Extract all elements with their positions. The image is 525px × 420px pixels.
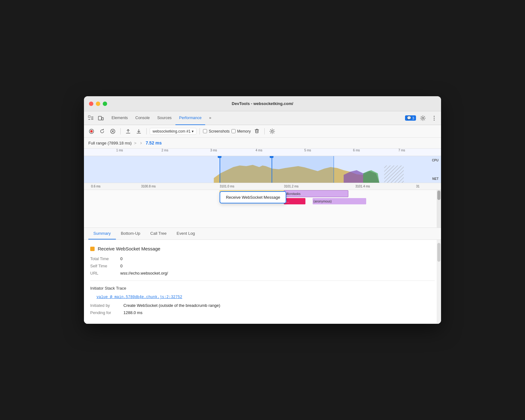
performance-toolbar: websocketking.com #1 ▾ Screenshots Memor… [84,125,441,138]
total-time-value: 0 [120,256,122,261]
ruler-mark-3ms: 3 ms [210,149,217,152]
bottom-tabs: Summary Bottom-Up Call Tree Event Log [84,228,441,240]
tab-more[interactable]: » [205,111,215,125]
svg-rect-6 [102,118,103,120]
minimize-button[interactable] [96,102,100,106]
initiated-by-row: Initiated by Create WebSocket (outside o… [90,303,435,308]
more-menu-icon[interactable] [430,114,439,123]
flame-segment-microtasks[interactable]: Microtasks [284,190,348,197]
reload-button[interactable] [98,127,107,136]
flame-ruler: 0.6 ms 3100.8 ms 3101.0 ms 3101.2 ms 310… [84,183,441,190]
flame-mark-6: 31 [416,185,419,188]
responsive-icon[interactable] [96,114,105,123]
summary-title-text: Receive WebSocket Message [98,246,160,251]
range-separator: > [134,141,137,145]
messages-badge[interactable]: 💬 3 [405,115,416,121]
flame-scrollbar[interactable] [437,190,441,228]
screenshots-checkbox-group[interactable]: Screenshots [203,129,230,134]
devtools-body: Elements Console Sources Performance » 💬… [84,111,441,324]
tab-summary[interactable]: Summary [88,228,116,239]
ruler-mark-4ms: 4 ms [256,149,262,152]
summary-scrollbar[interactable] [437,240,441,324]
flame-rows: Function Call Microtasks d... (anonym [84,190,441,228]
ruler-mark-5ms: 5 ms [304,149,311,152]
ruler-mark-6ms: 6 ms [353,149,360,152]
range-bar: Full range (7899.18 ms) > › 7.52 ms [84,138,441,149]
memory-checkbox-group[interactable]: Memory [231,129,251,134]
url-label: URL [90,271,115,276]
timeline-marker-left[interactable] [220,156,220,183]
timeline-overview: 1 ms 2 ms 3 ms 4 ms 5 ms 6 ms 7 ms [84,149,441,183]
toolbar-sep-3 [200,128,200,134]
summary-self-time-row: Self Time 0 [90,264,435,268]
capture-settings-button[interactable] [268,127,277,136]
pending-for-value: 1288.0 ms [123,310,143,315]
code-ref-link[interactable]: value @ main.5780db4e.chunk.js:2:32752 [96,295,182,299]
save-profile-button[interactable] [134,127,143,136]
titlebar: DevTools - websocketking.com/ [84,96,441,111]
dropdown-arrow: ▾ [192,129,194,134]
window-title: DevTools - websocketking.com/ [232,101,293,106]
range-value: 7.52 ms [146,140,162,145]
tab-event-log[interactable]: Event Log [172,228,200,239]
full-range-text: Full range (7899.18 ms) [88,141,132,145]
flame-mark-4: 3101.2 ms [284,185,299,188]
summary-scrollbar-thumb[interactable] [437,243,440,262]
close-button[interactable] [89,102,93,106]
summary-title-row: Receive WebSocket Message [90,246,435,251]
topnav-icons [86,114,105,123]
screenshots-checkbox[interactable] [203,129,207,133]
tab-call-tree[interactable]: Call Tree [145,228,172,239]
tab-elements[interactable]: Elements [108,111,132,125]
summary-url-row: URL wss://echo.websocket.org/ [90,271,435,276]
svg-rect-5 [98,116,101,120]
initiated-by-label: Initiated by [90,303,118,308]
clear-button[interactable] [108,127,117,136]
inspect-icon[interactable] [86,114,95,123]
flame-tooltip-text: Receive WebSocket Message [226,195,280,200]
self-time-value: 0 [120,264,122,268]
flame-chart-area: 0.6 ms 3100.8 ms 3101.0 ms 3101.2 ms 310… [84,183,441,228]
summary-total-time-row: Total Time 0 [90,256,435,261]
timeline-marker-right[interactable] [272,156,272,183]
svg-point-9 [434,118,435,118]
summary-divider [90,281,435,281]
svg-point-23 [271,130,273,132]
traffic-lights [89,102,107,106]
nav-right: 💬 3 [405,114,439,123]
memory-checkbox[interactable] [231,129,236,133]
timeline-ruler: 1 ms 2 ms 3 ms 4 ms 5 ms 6 ms 7 ms [84,149,441,156]
pending-for-label: Pending for [90,310,118,315]
ruler-mark-1ms: 1 ms [116,149,123,152]
garbage-collect-button[interactable] [252,127,261,136]
flame-mark-1: 0.6 ms [91,185,101,188]
settings-icon[interactable] [418,114,427,123]
pending-for-row: Pending for 1288.0 ms [90,310,435,315]
toolbar-sep-4 [264,128,265,134]
record-button[interactable] [87,127,96,136]
svg-rect-0 [88,116,90,118]
tab-bottom-up[interactable]: Bottom-Up [116,228,145,239]
summary-panel: Receive WebSocket Message Total Time 0 S… [84,240,441,324]
nav-tabs: Elements Console Sources Performance » [108,111,405,125]
toolbar-sep-1 [120,128,121,134]
timeline-selection[interactable] [220,156,334,183]
toolbar-sep-2 [146,128,147,134]
svg-rect-18 [256,130,258,133]
tab-sources[interactable]: Sources [153,111,175,125]
svg-point-12 [90,130,93,133]
url-selector-text: websocketking.com #1 [153,129,190,134]
flame-segment-anonymous[interactable]: (anonymous) [313,198,366,204]
flame-scrollbar-thumb[interactable] [437,191,440,200]
screenshots-label: Screenshots [209,129,230,134]
ruler-mark-2ms: 2 ms [162,149,169,152]
tab-console[interactable]: Console [132,111,153,125]
maximize-button[interactable] [103,102,107,106]
load-profile-button[interactable] [124,127,133,136]
flame-mark-3: 3101.0 ms [220,185,234,188]
url-value: wss://echo.websocket.org/ [120,271,168,276]
tab-performance[interactable]: Performance [175,111,205,125]
badge-count: 3 [412,116,414,120]
url-selector[interactable]: websocketking.com #1 ▾ [150,128,196,135]
flame-segment-d[interactable]: d... [284,198,305,204]
